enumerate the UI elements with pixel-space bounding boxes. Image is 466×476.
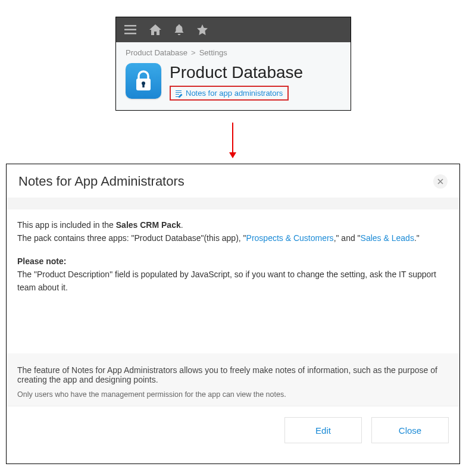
edit-button[interactable]: Edit xyxy=(284,417,362,443)
svg-rect-5 xyxy=(142,84,144,87)
svg-rect-2 xyxy=(124,33,136,35)
callout-arrow xyxy=(232,123,233,158)
modal-footer-info: The feature of Notes for App Administrat… xyxy=(7,353,459,406)
body-text: ." xyxy=(414,233,420,243)
body-text: . xyxy=(181,220,183,230)
notes-link-highlight: Notes for app administrators xyxy=(170,86,289,101)
modal-body: This app is included in the Sales CRM Pa… xyxy=(7,209,459,353)
close-button[interactable]: Close xyxy=(371,417,449,443)
top-toolbar xyxy=(116,17,351,42)
modal-header: Notes for App Administrators xyxy=(7,164,459,198)
star-icon[interactable] xyxy=(197,24,208,35)
notes-for-admins-link[interactable]: Notes for app administrators xyxy=(186,89,283,98)
body-text: The pack contains three apps: "Product D… xyxy=(17,233,246,243)
footer-permission-note: Only users who have the management permi… xyxy=(17,390,449,399)
svg-rect-0 xyxy=(124,25,136,27)
body-text: ," and " xyxy=(334,233,361,243)
breadcrumb-separator: > xyxy=(191,48,196,57)
sales-leads-link[interactable]: Sales & Leads xyxy=(361,233,414,243)
breadcrumb: Product Database > Settings xyxy=(126,48,341,57)
body-text-bold: Sales CRM Pack xyxy=(116,220,181,230)
prospects-link[interactable]: Prospects & Customers xyxy=(246,233,334,243)
close-icon[interactable] xyxy=(433,174,448,189)
edit-note-icon xyxy=(174,89,183,98)
notes-modal: Notes for App Administrators This app is… xyxy=(6,164,460,464)
body-text: This app is included in the xyxy=(17,220,116,230)
home-icon[interactable] xyxy=(149,24,161,35)
bell-icon[interactable] xyxy=(174,24,184,35)
footer-description: The feature of Notes for App Administrat… xyxy=(17,365,449,384)
modal-title: Notes for App Administrators xyxy=(18,174,184,189)
modal-actions: Edit Close xyxy=(7,406,459,454)
please-note-label: Please note: xyxy=(17,255,449,268)
please-note-body: The "Product Description" field is popul… xyxy=(17,268,449,294)
title-row: Product Database Notes for app administr… xyxy=(126,63,341,101)
app-icon xyxy=(126,63,161,99)
menu-icon[interactable] xyxy=(124,25,136,35)
svg-rect-1 xyxy=(124,29,136,31)
settings-header-panel: Product Database > Settings Product Data… xyxy=(115,17,351,111)
breadcrumb-item[interactable]: Product Database xyxy=(126,48,187,57)
modal-divider xyxy=(7,198,459,209)
page-title: Product Database xyxy=(170,63,303,82)
header-body: Product Database > Settings Product Data… xyxy=(116,42,351,110)
breadcrumb-item[interactable]: Settings xyxy=(199,48,227,57)
